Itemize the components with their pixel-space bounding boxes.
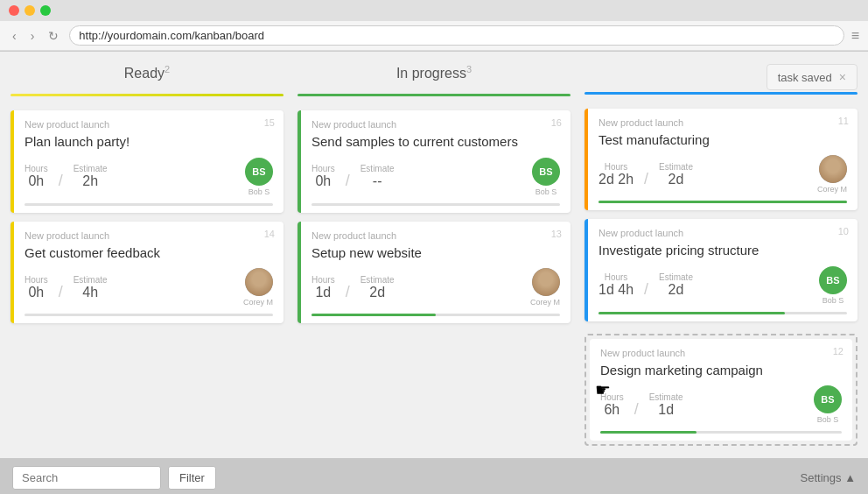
column-ready-header: Ready2 bbox=[10, 64, 284, 85]
card-16-hours: Hours 0h / Estimate -- bbox=[312, 163, 532, 190]
card-14[interactable]: New product launch Get customer feedback… bbox=[10, 222, 284, 324]
browser-titlebar bbox=[0, 0, 868, 21]
card-16-id: 16 bbox=[551, 117, 562, 128]
card-11-progress bbox=[598, 201, 847, 203]
card-16-avatar: BS bbox=[532, 158, 560, 186]
kanban-board: Ready2 New product launch Plan launch pa… bbox=[0, 52, 868, 458]
card-15-id: 15 bbox=[264, 117, 275, 128]
card-12-hours: Hours 6h / Estimate 1d bbox=[600, 392, 814, 419]
card-11-avatar bbox=[819, 155, 847, 183]
toast-close-button[interactable]: × bbox=[839, 70, 846, 84]
card-16-title: Send samples to current customers bbox=[312, 133, 560, 151]
card-15-sep: / bbox=[59, 163, 63, 190]
drag-cursor-icon: ☛ bbox=[595, 379, 611, 400]
card-13-avatar-wrap: Corey M bbox=[530, 268, 560, 307]
card-13-id: 13 bbox=[551, 229, 562, 239]
card-14-hours-value: 0h bbox=[24, 285, 48, 300]
card-13-title: Setup new website bbox=[312, 244, 560, 262]
url-bar[interactable] bbox=[69, 25, 844, 46]
card-12-avatar: BS bbox=[814, 385, 842, 413]
toast-notification[interactable]: task saved × bbox=[766, 64, 858, 90]
card-15-hours-value: 0h bbox=[24, 173, 48, 189]
card-11[interactable]: New product launch Test manufacturing 11… bbox=[584, 109, 858, 211]
card-11-footer: Hours 2d 2h / Estimate 2d Corey M bbox=[598, 155, 847, 194]
card-10-hours: Hours 1d 4h / Estimate 2d bbox=[598, 272, 819, 299]
card-14-estimate-value: 4h bbox=[74, 285, 108, 300]
card-14-avatar bbox=[245, 268, 273, 296]
card-10-tag: New product launch bbox=[598, 228, 847, 238]
card-13-tag: New product launch bbox=[312, 230, 560, 241]
search-input[interactable] bbox=[12, 466, 161, 490]
card-14-footer: Hours 0h / Estimate 4h Corey M bbox=[24, 268, 273, 307]
browser-nav: ‹ › ↻ ≡ bbox=[0, 21, 868, 51]
card-15-tag: New product launch bbox=[24, 119, 273, 130]
card-11-tag: New product launch bbox=[598, 117, 847, 128]
card-12-tag: New product launch bbox=[600, 348, 842, 358]
card-13-avatar bbox=[532, 268, 560, 296]
bottom-bar: Filter Settings ▲ bbox=[0, 458, 868, 494]
card-16-footer: Hours 0h / Estimate -- BS Bob S bbox=[312, 158, 560, 196]
back-button[interactable]: ‹ bbox=[9, 27, 20, 45]
card-14-assignee-name: Corey M bbox=[243, 298, 273, 307]
column-ready-divider bbox=[10, 94, 284, 96]
card-14-estimate-label: Estimate bbox=[74, 275, 108, 285]
card-11-id: 11 bbox=[838, 116, 849, 126]
column-ready: Ready2 New product launch Plan launch pa… bbox=[10, 64, 290, 446]
maximize-button[interactable] bbox=[40, 5, 51, 16]
column-inprogress: In progress3 New product launch Send sam… bbox=[290, 64, 578, 446]
card-14-progress bbox=[24, 314, 273, 316]
card-10-progress bbox=[598, 312, 847, 314]
card-11-title: Test manufacturing bbox=[598, 131, 847, 149]
card-14-tag: New product launch bbox=[24, 230, 273, 241]
card-15-estimate-label: Estimate bbox=[74, 164, 108, 173]
card-16-avatar-wrap: BS Bob S bbox=[532, 158, 560, 196]
card-15-title: Plan launch party! bbox=[24, 133, 273, 151]
card-14-id: 14 bbox=[264, 229, 275, 239]
card-10-avatar-wrap: BS Bob S bbox=[819, 266, 847, 305]
column-inprogress-count: 3 bbox=[466, 64, 472, 74]
browser-menu-button[interactable]: ≡ bbox=[851, 28, 859, 44]
toast-message: task saved bbox=[778, 71, 832, 84]
card-13-progress bbox=[312, 314, 560, 316]
column-inprogress-header: In progress3 bbox=[298, 64, 570, 85]
card-14-title: Get customer feedback bbox=[24, 244, 273, 262]
card-12-progress bbox=[600, 431, 842, 434]
card-12-footer: Hours 6h / Estimate 1d BS Bob S bbox=[600, 385, 842, 424]
card-16[interactable]: New product launch Send samples to curre… bbox=[298, 110, 570, 213]
drag-drop-target[interactable]: New product launch Design marketing camp… bbox=[584, 334, 858, 447]
card-16-progress bbox=[312, 203, 560, 206]
card-15-estimate-value: 2h bbox=[74, 173, 108, 189]
card-10[interactable]: New product launch Investigate pricing s… bbox=[584, 219, 858, 321]
card-12-dragging[interactable]: New product launch Design marketing camp… bbox=[590, 339, 852, 441]
card-13-hours: Hours 1d / Estimate 2d bbox=[312, 274, 530, 301]
column-ready-title: Ready bbox=[124, 66, 164, 81]
card-13-footer: Hours 1d / Estimate 2d Corey M bbox=[312, 268, 560, 307]
card-10-title: Investigate pricing structure bbox=[598, 242, 847, 259]
close-button[interactable] bbox=[9, 5, 19, 16]
card-11-hours: Hours 2d 2h / Estimate 2d bbox=[598, 161, 817, 188]
column-done-divider bbox=[584, 92, 858, 95]
card-11-avatar-wrap: Corey M bbox=[817, 155, 847, 194]
settings-button[interactable]: Settings ▲ bbox=[801, 471, 856, 484]
card-16-tag: New product launch bbox=[312, 119, 560, 130]
column-ready-count: 2 bbox=[164, 64, 170, 74]
filter-button[interactable]: Filter bbox=[168, 466, 216, 490]
card-14-sep: / bbox=[59, 274, 63, 301]
card-15-hours: Hours 0h / Estimate 2h bbox=[24, 163, 245, 190]
minimize-button[interactable] bbox=[24, 5, 35, 16]
card-12-avatar-wrap: BS Bob S bbox=[814, 385, 842, 424]
card-12-id: 12 bbox=[833, 346, 844, 356]
card-15-hours-label: Hours bbox=[24, 164, 48, 173]
card-14-avatar-wrap: Corey M bbox=[243, 268, 273, 307]
column-done: task saved × Done New product launch Tes… bbox=[578, 64, 858, 446]
refresh-button[interactable]: ↻ bbox=[45, 27, 62, 45]
card-15-footer: Hours 0h / Estimate 2h BS Bob S bbox=[24, 158, 273, 196]
card-15[interactable]: New product launch Plan launch party! 15… bbox=[10, 110, 284, 213]
card-12-title: Design marketing campaign bbox=[600, 362, 842, 379]
card-15-avatar-wrap: BS Bob S bbox=[245, 158, 273, 196]
forward-button[interactable]: › bbox=[27, 27, 38, 45]
column-inprogress-divider bbox=[298, 94, 570, 96]
column-inprogress-title: In progress bbox=[396, 66, 466, 81]
card-14-hours: Hours 0h / Estimate 4h bbox=[24, 274, 243, 301]
card-13[interactable]: New product launch Setup new website 13 … bbox=[298, 222, 570, 324]
